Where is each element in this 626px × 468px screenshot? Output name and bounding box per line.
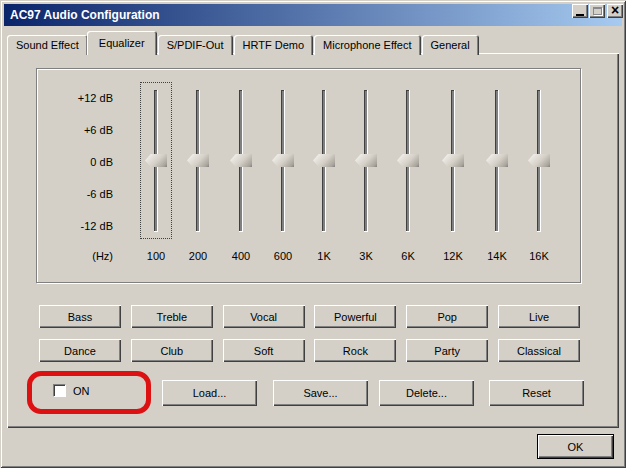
freq-label: 600 <box>262 250 304 262</box>
tab-general[interactable]: General <box>422 35 479 55</box>
title-bar[interactable]: AC97 Audio Configuration <box>4 4 622 26</box>
tab-sound-effect[interactable]: Sound Effect <box>7 35 88 55</box>
preset-club-button[interactable]: Club <box>131 339 213 362</box>
eq-slider-14k: 14K <box>476 69 518 282</box>
freq-label: 3K <box>345 250 387 262</box>
equalizer-tab-page: +12 dB +6 dB 0 dB -6 dB -12 dB (Hz) 100 … <box>7 53 619 428</box>
preset-rock-button[interactable]: Rock <box>314 339 396 362</box>
save-button[interactable]: Save... <box>273 380 368 406</box>
ac97-audio-configuration-dialog: AC97 Audio Configuration × Sound Effect … <box>0 0 626 468</box>
delete-button[interactable]: Delete... <box>379 380 474 406</box>
tab-microphone-effect[interactable]: Microphone Effect <box>314 35 420 55</box>
db-label-minus6: -6 dB <box>37 188 113 201</box>
eq-thumb-100hz[interactable] <box>145 154 167 167</box>
db-scale: +12 dB +6 dB 0 dB -6 dB -12 dB (Hz) <box>37 69 113 282</box>
eq-thumb-12k[interactable] <box>442 154 464 167</box>
window-title: AC97 Audio Configuration <box>10 8 160 22</box>
db-label-minus12: -12 dB <box>37 220 113 233</box>
eq-slider-16k: 16K <box>518 69 560 282</box>
db-label-plus12: +12 dB <box>37 92 113 105</box>
minimize-button[interactable] <box>572 4 588 18</box>
db-label-plus6: +6 dB <box>37 124 113 137</box>
on-checkbox-label: ON <box>73 385 90 397</box>
equalizer-groupbox: +12 dB +6 dB 0 dB -6 dB -12 dB (Hz) 100 … <box>36 68 581 283</box>
tab-hrtf-demo[interactable]: HRTF Demo <box>234 35 314 55</box>
reset-button[interactable]: Reset <box>489 380 584 406</box>
preset-dance-button[interactable]: Dance <box>39 339 121 362</box>
preset-treble-button[interactable]: Treble <box>131 305 213 328</box>
freq-label: 400 <box>220 250 262 262</box>
eq-slider-100hz: 100 <box>135 69 177 282</box>
eq-slider-200hz: 200 <box>177 69 219 282</box>
eq-thumb-6k[interactable] <box>397 154 419 167</box>
tab-strip: Sound Effect Equalizer S/PDIF-Out HRTF D… <box>7 31 480 55</box>
preset-bass-button[interactable]: Bass <box>39 305 121 328</box>
ok-button[interactable]: OK <box>537 434 614 459</box>
minimize-icon <box>576 14 584 16</box>
eq-thumb-400hz[interactable] <box>230 154 252 167</box>
freq-label: 200 <box>177 250 219 262</box>
freq-label: 14K <box>476 250 518 262</box>
freq-label: 6K <box>387 250 429 262</box>
on-checkbox-group: ON <box>53 384 90 397</box>
preset-vocal-button[interactable]: Vocal <box>223 305 305 328</box>
eq-slider-1k: 1K <box>303 69 345 282</box>
eq-slider-6k: 6K <box>387 69 429 282</box>
eq-thumb-3k[interactable] <box>355 154 377 167</box>
freq-label: 16K <box>518 250 560 262</box>
tab-spdif-out[interactable]: S/PDIF-Out <box>158 35 233 55</box>
eq-slider-12k: 12K <box>432 69 474 282</box>
freq-label: 1K <box>303 250 345 262</box>
preset-row-2: Dance Club Soft Rock Party Classical <box>39 339 580 362</box>
maximize-button <box>589 4 605 18</box>
eq-slider-3k: 3K <box>345 69 387 282</box>
preset-classical-button[interactable]: Classical <box>498 339 580 362</box>
close-icon: × <box>611 5 619 15</box>
preset-soft-button[interactable]: Soft <box>223 339 305 362</box>
eq-thumb-14k[interactable] <box>486 154 508 167</box>
eq-thumb-1k[interactable] <box>313 154 335 167</box>
eq-thumb-16k[interactable] <box>528 154 550 167</box>
preset-row-1: Bass Treble Vocal Powerful Pop Live <box>39 305 580 328</box>
freq-label: 100 <box>135 250 177 262</box>
preset-powerful-button[interactable]: Powerful <box>314 305 396 328</box>
eq-slider-600hz: 600 <box>262 69 304 282</box>
preset-party-button[interactable]: Party <box>406 339 488 362</box>
eq-thumb-200hz[interactable] <box>187 154 209 167</box>
load-button[interactable]: Load... <box>162 380 257 406</box>
tab-equalizer[interactable]: Equalizer <box>87 31 157 55</box>
hz-unit-label: (Hz) <box>37 250 113 262</box>
maximize-icon <box>593 7 602 15</box>
eq-thumb-600hz[interactable] <box>272 154 294 167</box>
on-checkbox[interactable] <box>53 384 66 397</box>
freq-label: 12K <box>432 250 474 262</box>
eq-slider-400hz: 400 <box>220 69 262 282</box>
db-label-zero: 0 dB <box>37 156 113 169</box>
close-button[interactable]: × <box>607 4 623 18</box>
preset-pop-button[interactable]: Pop <box>406 305 488 328</box>
preset-live-button[interactable]: Live <box>498 305 580 328</box>
